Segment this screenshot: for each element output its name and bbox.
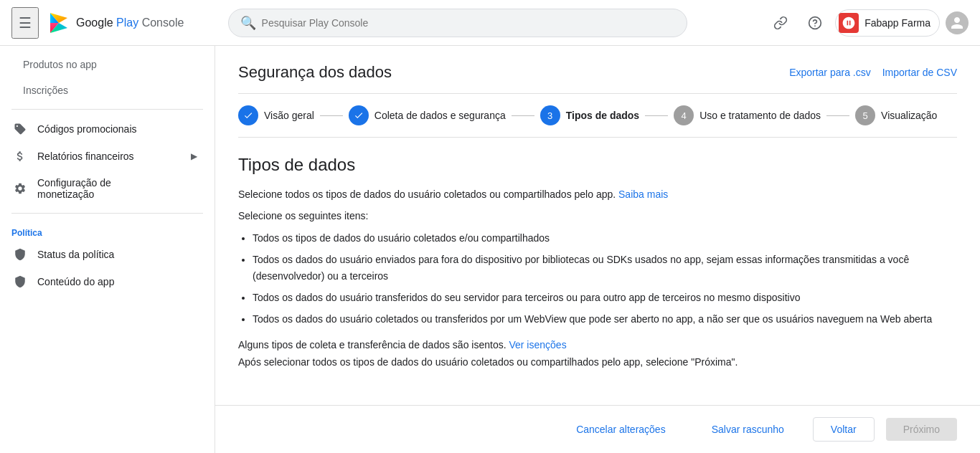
logo-text: Google Play Console [76, 16, 184, 29]
step-circle-2 [349, 105, 369, 125]
sidebar-item-produtos-no-app[interactable]: Produtos no app [0, 52, 209, 77]
link-button[interactable] [766, 9, 795, 37]
bullet-item-4: Todos os dados do usuário coletados ou t… [253, 311, 957, 327]
account-logo [839, 13, 859, 33]
gear-icon [11, 182, 29, 195]
section-title: Tipos de dados [238, 155, 957, 175]
step-connector-2 [512, 115, 534, 116]
account-logo-icon [842, 16, 856, 30]
sidebar-item-label: Inscrições [23, 85, 68, 96]
step-circle-3: 3 [540, 105, 560, 125]
sidebar-item-relatorios-financeiros[interactable]: Relatórios financeiros ▶ [0, 143, 209, 170]
stepper: Visão geral Coleta de dados e segurança … [238, 93, 957, 138]
help-button[interactable] [801, 9, 829, 37]
account-name: Fabapp Farma [864, 17, 930, 29]
step-circle-4: 4 [674, 105, 694, 125]
shield-icon-1 [11, 248, 29, 261]
bullet-list: Todos os tipos de dados do usuário colet… [253, 230, 957, 328]
step-number-4: 4 [682, 110, 687, 121]
expand-icon: ▶ [191, 151, 197, 161]
proximo-button[interactable]: Próximo [886, 418, 957, 441]
tag-icon [11, 123, 29, 135]
step-label-1: Visão geral [264, 110, 314, 121]
sidebar-item-label: Configuração demonetização [37, 177, 111, 200]
bullet-item-3: Todos os dados do usuário transferidos d… [253, 290, 957, 305]
saiba-mais-link[interactable]: Saiba mais [618, 189, 668, 200]
sidebar-item-label: Códigos promocionais [37, 123, 137, 135]
check-icon-1 [243, 110, 253, 120]
content-area: Segurança dos dados Exportar para .csv I… [215, 46, 980, 453]
export-csv-button[interactable]: Exportar para .csv [789, 67, 871, 78]
import-csv-button[interactable]: Importar de CSV [882, 67, 957, 78]
step-number-5: 5 [862, 110, 867, 121]
sidebar-item-label: Conteúdo do app [37, 276, 114, 287]
step-uso-tratamento[interactable]: 4 Uso e tratamento de dados [674, 105, 821, 125]
bullet-item-2: Todos os dados do usuário enviados para … [253, 252, 957, 284]
sidebar-item-status-da-politica[interactable]: Status da política [0, 241, 209, 268]
shield-icon-2 [11, 275, 29, 288]
search-input[interactable] [262, 17, 675, 29]
ver-isencoes-link[interactable]: Ver isenções [509, 339, 566, 351]
step-label-4: Uso e tratamento de dados [699, 110, 821, 121]
bullet-item-1: Todos os tipos de dados do usuário colet… [253, 230, 957, 246]
sidebar-divider-2 [11, 213, 203, 214]
exemptions-text: Alguns tipos de coleta e transferência d… [238, 339, 507, 351]
help-icon [808, 16, 822, 30]
logo[interactable]: Google Play Console [47, 11, 184, 34]
cancelar-button[interactable]: Cancelar alterações [559, 418, 683, 441]
step-visualizacao[interactable]: 5 Visualização [855, 105, 937, 125]
step-circle-5: 5 [855, 105, 875, 125]
bottom-bar: Cancelar alterações Salvar rascunho Volt… [215, 405, 980, 453]
sidebar-item-conteudo-do-app[interactable]: Conteúdo do app [0, 268, 209, 295]
step-coleta-dados[interactable]: Coleta de dados e segurança [349, 105, 506, 125]
main-layout: Produtos no app Inscrições Códigos promo… [0, 46, 980, 453]
header-actions: Fabapp Farma [766, 9, 969, 37]
avatar[interactable] [946, 11, 969, 34]
avatar-icon [950, 16, 964, 30]
sidebar-item-codigos-promocionais[interactable]: Códigos promocionais [0, 115, 209, 143]
voltar-button[interactable]: Voltar [813, 417, 875, 442]
search-icon: 🔍 [240, 15, 256, 31]
top-buttons: Exportar para .csv Importar de CSV [789, 67, 957, 78]
search-bar[interactable]: 🔍 [228, 9, 687, 37]
sidebar-item-label: Relatórios financeiros [37, 151, 134, 162]
sidebar-item-label: Status da política [37, 249, 114, 260]
link-icon [773, 16, 788, 30]
step-label-5: Visualização [881, 110, 937, 121]
check-icon-2 [354, 110, 364, 120]
step-connector-3 [645, 115, 668, 116]
sidebar-item-inscricoes[interactable]: Inscrições [0, 77, 209, 103]
step-label-3: Tipos de dados [566, 110, 639, 121]
step-connector-1 [320, 115, 343, 116]
content-top-actions: Segurança dos dados Exportar para .csv I… [238, 63, 957, 82]
play-store-icon [47, 11, 70, 34]
section-desc-2: Selecione os seguintes itens: [238, 208, 957, 224]
step-circle-1 [238, 105, 258, 125]
account-button[interactable]: Fabapp Farma [835, 9, 940, 37]
sidebar: Produtos no app Inscrições Códigos promo… [0, 46, 215, 453]
desc-text-1: Selecione todos os tipos de dados do usu… [238, 189, 616, 200]
politica-section-label: Política [0, 219, 215, 241]
step-number-3: 3 [547, 110, 552, 121]
exemptions-line: Alguns tipos de coleta e transferência d… [238, 339, 957, 351]
step-connector-4 [826, 115, 849, 116]
salvar-rascunho-button[interactable]: Salvar rascunho [694, 418, 801, 441]
content-inner: Segurança dos dados Exportar para .csv I… [215, 46, 980, 405]
step-visao-geral[interactable]: Visão geral [238, 105, 314, 125]
dollar-icon [11, 150, 29, 163]
sidebar-item-configuracao-de-monetizacao[interactable]: Configuração demonetização [0, 170, 209, 207]
after-select-line: Após selecionar todos os tipos de dados … [238, 356, 957, 368]
section-desc-1: Selecione todos os tipos de dados do usu… [238, 186, 957, 202]
hamburger-button[interactable]: ☰ [11, 7, 39, 39]
sidebar-item-label: Produtos no app [23, 59, 97, 70]
step-tipos-de-dados[interactable]: 3 Tipos de dados [540, 105, 639, 125]
step-label-2: Coleta de dados e segurança [374, 110, 506, 121]
header: ☰ [0, 0, 980, 46]
page-title: Segurança dos dados [238, 63, 392, 82]
sidebar-divider-1 [11, 109, 203, 110]
